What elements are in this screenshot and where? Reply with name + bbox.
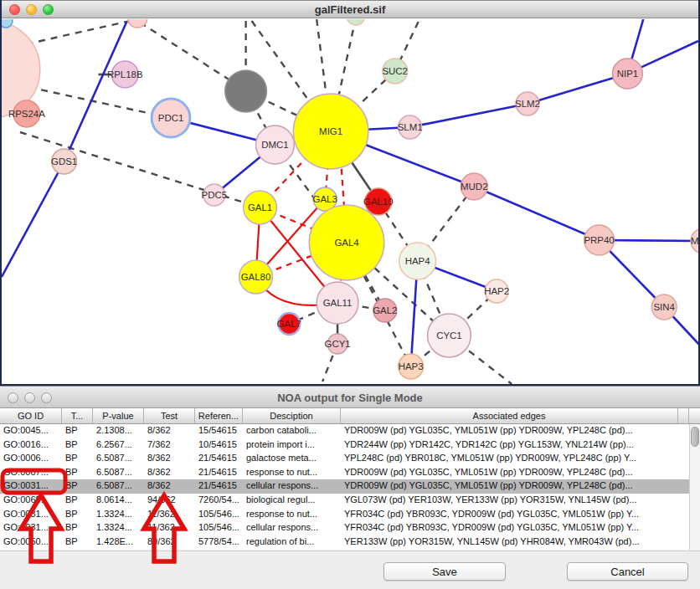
node-HAP2[interactable]: HAP2 [484, 279, 509, 303]
node-GAL7[interactable]: GAL7 [277, 313, 301, 335]
node-label: GAL3 [313, 194, 337, 204]
cell: regulation of bi... [243, 535, 341, 550]
column-header-spacer[interactable] [678, 408, 689, 423]
table-row-6[interactable]: GO:0065...BP8.0614...94/3627260/54...bio… [0, 494, 700, 508]
node-DMC1[interactable]: DMC1 [256, 125, 295, 164]
cell: BP [62, 521, 93, 535]
table-row-9[interactable]: GO:0050...BP1.428E...80/3625778/54...reg… [0, 535, 700, 550]
node-PDC1[interactable]: PDC1 [152, 99, 190, 137]
node-label: SUC2 [382, 66, 408, 76]
column-header-desciption[interactable]: Desciption [243, 408, 341, 423]
cell: response to nut... [243, 508, 341, 522]
cell: 15/54615 [195, 424, 243, 438]
node-SIN4[interactable]: SIN4 [651, 294, 677, 320]
table-row-2[interactable]: GO:0016...BP6.2567...7/36210/54615protei… [0, 438, 700, 453]
edge-blue[interactable] [410, 104, 528, 127]
node-PRP40[interactable]: PRP40 [584, 225, 614, 255]
node-GAL4[interactable]: GAL4 [309, 205, 384, 280]
cell: biological regul... [243, 494, 341, 508]
cell: carbon cataboli... [243, 424, 341, 438]
node-MSL1[interactable]: MSL1 [691, 228, 698, 254]
table-row-1[interactable]: GO:0045...BP2.1308...8/36215/54615carbon… [0, 424, 700, 438]
column-header-referen-[interactable]: Referen... [195, 408, 243, 423]
save-button[interactable]: Save [383, 562, 506, 581]
noa-window-titlebar[interactable]: NOA output for Single Mode [0, 386, 700, 408]
scrollbar-thumb[interactable] [691, 427, 699, 447]
node-HAP4[interactable]: HAP4 [399, 243, 436, 279]
node-label: SLM2 [515, 99, 540, 109]
edge-blue[interactable] [474, 187, 599, 240]
node-label: RPS24A [8, 109, 45, 119]
edge-blue[interactable] [528, 74, 627, 104]
vertical-scrollbar[interactable] [689, 424, 700, 550]
cell: protein import i... [243, 438, 341, 453]
cell: GO:0045... [0, 424, 62, 438]
node-label: RPL18B [107, 69, 143, 79]
cell: GO:0065... [0, 494, 62, 508]
node-label: MUD2 [461, 182, 487, 192]
node-greencut[interactable] [347, 19, 365, 25]
cell: 21/54615 [195, 466, 243, 480]
cell: BP [62, 466, 93, 480]
node-MIG1[interactable]: MIG1 [293, 94, 368, 169]
node-GAL11[interactable]: GAL11 [317, 282, 358, 324]
node-CYC1[interactable]: CYC1 [428, 314, 471, 357]
cell: 1.3324... [93, 521, 144, 535]
table-row-3[interactable]: GO:0006...BP6.5087...8/36221/54615galact… [0, 452, 700, 466]
cancel-button[interactable]: Cancel [567, 562, 688, 581]
node-MUD2[interactable]: MUD2 [461, 173, 487, 200]
edge-blue[interactable] [64, 22, 127, 161]
node-label: MIG1 [319, 126, 342, 136]
node-GAL2[interactable]: GAL2 [373, 299, 397, 322]
column-header-associated-edges[interactable]: Associated edges [341, 408, 678, 423]
node-NIP1[interactable]: NIP1 [612, 59, 642, 89]
cell: 1.3324... [93, 508, 144, 522]
cell: 7/362 [144, 438, 195, 453]
edge-blue[interactable] [2, 161, 64, 277]
cell: response to nut... [243, 466, 341, 480]
column-header-test[interactable]: Test [144, 408, 195, 423]
node-GAL80[interactable]: GAL80 [239, 260, 273, 294]
cell: 11/362 [144, 521, 195, 535]
cell: 6.5087... [93, 466, 144, 480]
node-label: GAL2 [373, 305, 397, 315]
node-label: HAP2 [484, 286, 509, 296]
cell: 21/54615 [195, 479, 243, 494]
cell: 5778/54... [195, 535, 243, 550]
node-label: PDC5 [202, 190, 228, 200]
column-header-go-id[interactable]: GO ID [0, 408, 62, 423]
cell: BP [62, 424, 93, 438]
cell: 7260/54... [195, 494, 243, 508]
node-SLM1[interactable]: SLM1 [398, 115, 423, 139]
node-GAL1[interactable]: GAL1 [244, 191, 277, 224]
node-label: PRP40 [584, 235, 614, 245]
table-row-4[interactable]: GO:0007...BP6.5087...8/36221/54615respon… [0, 466, 700, 480]
node-GCY1[interactable]: GCY1 [324, 334, 350, 354]
edge-dash[interactable] [140, 23, 243, 89]
cell: 105/546... [195, 521, 243, 535]
cell: YGL073W (pd) YER103W, YER133W (pp) YOR31… [341, 494, 678, 508]
table-row-8[interactable]: GO:0031...BP1.3324...11/362105/546...cel… [0, 521, 700, 535]
column-header-t-[interactable]: T... [62, 408, 93, 423]
cell: YFR034C (pd) YBR093C, YDR009W (pd) YGL03… [341, 508, 678, 522]
network-window-titlebar[interactable]: galFiltered.sif [2, 0, 698, 18]
node-HAP3[interactable]: HAP3 [399, 354, 424, 379]
node-label: DMC1 [261, 140, 288, 150]
network-canvas[interactable]: RPL18BRPS24AGDS1PDC1DMC1MIG1SUC2SLM1SLM2… [2, 19, 698, 384]
node-SLM2[interactable]: SLM2 [515, 92, 540, 115]
node-GDS1[interactable]: GDS1 [51, 149, 77, 174]
node-graynode[interactable] [225, 70, 267, 112]
table-row-7[interactable]: GO:0031...BP1.3324...11/362105/546...res… [0, 508, 700, 522]
cell: YDR244W (pp) YDR142C, YDR142C (pp) YGL15… [341, 438, 678, 453]
cell: GO:0031... [0, 508, 62, 522]
cell: YFR034C (pd) YBR093C, YDR009W (pd) YGL03… [341, 521, 678, 535]
cell: 11/362 [144, 508, 195, 522]
network-window-title: galFiltered.sif [2, 3, 698, 16]
table-row-5[interactable]: GO:0031...BP6.5087...8/36221/54615cellul… [0, 479, 700, 494]
node-label: HAP3 [399, 361, 424, 371]
cell: 2.1308... [93, 424, 144, 438]
node-label: SLM1 [398, 122, 423, 132]
column-header-p-value[interactable]: P-value [93, 408, 144, 423]
node-RPL18B[interactable]: RPL18B [107, 61, 143, 88]
node-SUC2[interactable]: SUC2 [382, 59, 408, 84]
